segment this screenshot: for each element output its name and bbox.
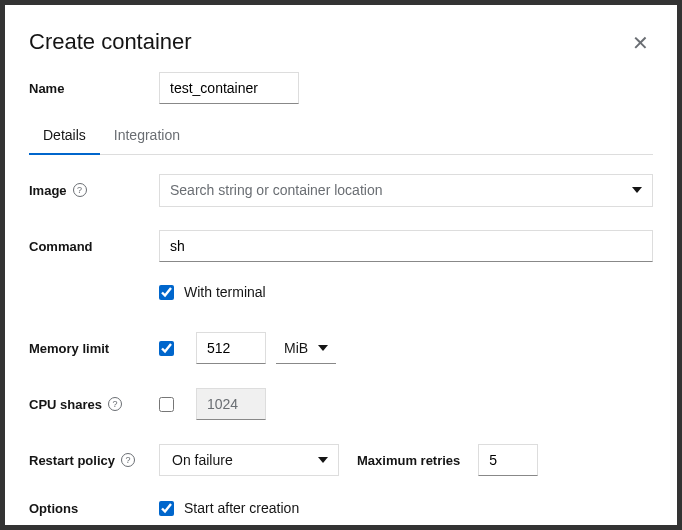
close-button[interactable]: ✕ [628,29,653,57]
start-after-checkbox[interactable] [159,501,174,516]
help-icon[interactable]: ? [73,183,87,197]
restart-policy-select[interactable]: On failure [159,444,339,476]
image-label: Image ? [29,183,159,198]
image-placeholder: Search string or container location [170,182,382,198]
command-row: Command [29,229,653,263]
cpu-input[interactable] [196,388,266,420]
help-icon[interactable]: ? [108,397,122,411]
memory-checkbox[interactable] [159,341,174,356]
with-terminal-checkbox[interactable] [159,285,174,300]
close-icon: ✕ [632,32,649,54]
command-input[interactable] [159,230,653,262]
restart-label-text: Restart policy [29,453,115,468]
command-label: Command [29,239,159,254]
modal-header: Create container ✕ [29,29,653,71]
help-icon[interactable]: ? [121,453,135,467]
name-row: Name [29,71,653,105]
cpu-label-text: CPU shares [29,397,102,412]
memory-unit-select[interactable]: MiB [276,332,336,364]
tab-integration[interactable]: Integration [100,117,194,155]
restart-label: Restart policy ? [29,453,159,468]
caret-down-icon [318,340,328,356]
image-row: Image ? Search string or container locat… [29,173,653,207]
memory-label: Memory limit [29,341,159,356]
terminal-row: With terminal [29,275,653,309]
cpu-label: CPU shares ? [29,397,159,412]
memory-input[interactable] [196,332,266,364]
retries-input[interactable] [478,444,538,476]
restart-policy-value: On failure [172,452,233,468]
image-label-text: Image [29,183,67,198]
modal-title: Create container [29,29,192,55]
name-label: Name [29,81,159,96]
tabs: Details Integration [29,117,653,155]
image-combobox[interactable]: Search string or container location [159,174,653,207]
caret-down-icon [632,182,642,198]
retries-label: Maximum retries [357,453,460,468]
with-terminal-label: With terminal [184,284,266,300]
tab-details[interactable]: Details [29,117,100,155]
caret-down-icon [318,452,328,468]
name-input[interactable] [159,72,299,104]
memory-unit-value: MiB [284,340,308,356]
create-container-modal: Create container ✕ Name Details Integrat… [5,5,677,525]
restart-row: Restart policy ? On failure Maximum retr… [29,443,653,477]
options-label: Options [29,501,159,516]
cpu-row: CPU shares ? [29,387,653,421]
memory-row: Memory limit MiB [29,331,653,365]
cpu-checkbox[interactable] [159,397,174,412]
options-row: Options Start after creation [29,491,653,525]
start-after-label: Start after creation [184,500,299,516]
